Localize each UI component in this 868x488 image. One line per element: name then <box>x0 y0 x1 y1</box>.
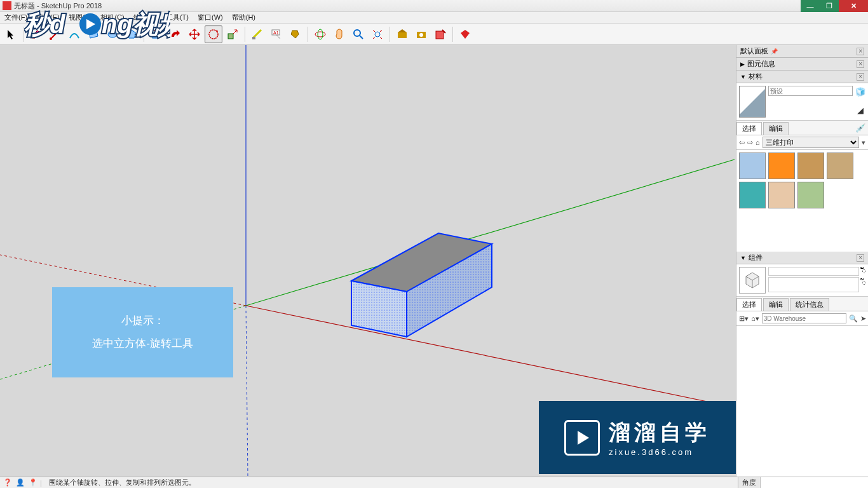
ruby-tool[interactable] <box>456 25 474 43</box>
eyedropper-icon[interactable]: 💉 <box>855 123 865 133</box>
component-config-icon[interactable]: ី <box>862 267 865 276</box>
maximize-button[interactable]: ❐ <box>820 0 839 12</box>
nav-fwd-icon[interactable]: ➤ <box>860 315 866 323</box>
material-nav: ⇦ ⇨ ⌂ 三维打印 ▾ <box>736 135 868 150</box>
material-swatch[interactable] <box>768 182 795 208</box>
watermark-top-logo: 秒d ng视频 <box>24 5 170 47</box>
close-button[interactable]: ✕ <box>839 0 868 12</box>
panel-close-icon[interactable]: × <box>857 60 864 68</box>
material-swatch[interactable] <box>768 152 795 179</box>
create-material-icon[interactable]: 🧊 <box>855 87 865 97</box>
components-label: 组件 <box>749 253 763 262</box>
text-tool[interactable]: A1 <box>268 25 285 43</box>
entity-info-header[interactable]: ▶ 图元信息 × <box>736 58 868 71</box>
extension-tool-1[interactable] <box>412 25 430 43</box>
tab-edit[interactable]: 编辑 <box>763 298 789 311</box>
play-icon <box>564 420 600 456</box>
component-search-row: ⊞▾ ⌂▾ 🔍 ➤ <box>736 311 868 326</box>
extension-tool-2[interactable] <box>431 25 449 43</box>
component-preview: ី ី <box>736 264 868 297</box>
svg-rect-12 <box>398 32 407 38</box>
component-list[interactable] <box>736 326 868 477</box>
home-icon[interactable]: ⌂ <box>756 139 760 146</box>
warehouse-tool[interactable] <box>393 25 411 43</box>
svg-rect-4 <box>228 34 233 39</box>
materials-label: 材料 <box>749 72 763 81</box>
materials-header[interactable]: ▼ 材料 × <box>736 71 868 83</box>
rotate-tool[interactable] <box>205 25 222 43</box>
tray-close-icon[interactable]: × <box>857 48 864 55</box>
material-swatch[interactable] <box>797 182 824 208</box>
current-material-swatch[interactable] <box>739 86 766 118</box>
measurement-input[interactable] <box>760 477 868 488</box>
status-bar: ❓ 👤 📍 | 围绕某个轴旋转、拉伸、复制和排列所选图元。 角度 <box>0 477 868 488</box>
svg-point-8 <box>315 32 325 37</box>
material-swatch[interactable] <box>797 152 824 179</box>
component-config2-icon[interactable]: ី <box>862 278 865 287</box>
measurement-label: 角度 <box>738 477 760 488</box>
svg-point-14 <box>419 33 423 37</box>
expand-arrow-icon: ▼ <box>740 255 746 261</box>
tab-edit[interactable]: 编辑 <box>763 122 789 135</box>
component-thumbnail[interactable] <box>739 267 766 294</box>
material-swatch[interactable] <box>827 152 853 179</box>
panel-close-icon[interactable]: × <box>857 73 864 81</box>
selected-cube <box>351 233 492 337</box>
collapse-arrow-icon: ▶ <box>740 61 745 67</box>
status-help-icon[interactable]: ❓ <box>3 478 13 487</box>
orbit-tool[interactable] <box>311 25 329 43</box>
component-tabs: 选择 编辑 统计信息 <box>736 297 868 311</box>
menu-window[interactable]: 窗口(W) <box>193 13 227 22</box>
material-category-select[interactable]: 三维打印 <box>763 137 859 148</box>
tab-select[interactable]: 选择 <box>736 122 762 135</box>
details-icon[interactable]: ▾ <box>862 139 865 147</box>
main-toolbar: A1 秒d ng视频 <box>0 24 868 45</box>
paint-tool[interactable] <box>287 25 304 43</box>
home-icon[interactable]: ⌂▾ <box>751 315 759 323</box>
3d-viewport[interactable]: 小提示： 选中立方体-旋转工具 溜溜自学 zixue.3d66.com <box>0 45 736 477</box>
watermark-big: 溜溜自学 <box>609 418 710 447</box>
tray-header[interactable]: 默认面板 📌 × <box>736 45 868 58</box>
svg-text:秒d: 秒d <box>24 10 66 38</box>
hint-overlay: 小提示： 选中立方体-旋转工具 <box>52 287 233 377</box>
view-mode-icon[interactable]: ⊞▾ <box>739 315 749 323</box>
app-icon <box>3 1 11 10</box>
status-geo-icon[interactable]: 📍 <box>28 478 38 487</box>
tab-stats[interactable]: 统计信息 <box>790 298 829 311</box>
component-search-input[interactable] <box>762 313 846 323</box>
svg-line-20 <box>246 306 248 477</box>
tab-select[interactable]: 选择 <box>736 298 762 311</box>
expand-arrow-icon: ▼ <box>740 74 746 80</box>
nav-back-icon[interactable]: ⇦ <box>739 139 745 147</box>
status-person-icon[interactable]: 👤 <box>15 478 25 487</box>
menu-help[interactable]: 帮助(H) <box>227 13 260 22</box>
svg-text:ng视频: ng视频 <box>102 10 170 38</box>
material-tabs: 选择 编辑 💉 <box>736 121 868 135</box>
panel-close-icon[interactable]: × <box>857 254 864 262</box>
move-tool[interactable] <box>186 25 203 43</box>
nav-fwd-icon[interactable]: ⇨ <box>747 139 753 147</box>
scale-tool[interactable] <box>224 25 241 43</box>
default-tray: 默认面板 📌 × ▶ 图元信息 × ▼ 材料 × 🧊 ◢ 选择 编辑 <box>736 45 868 477</box>
search-icon[interactable]: 🔍 <box>849 315 858 323</box>
components-header[interactable]: ▼ 组件 × <box>736 252 868 264</box>
hint-title: 小提示： <box>121 309 165 332</box>
tape-tool[interactable] <box>248 25 266 43</box>
minimize-button[interactable]: — <box>801 0 820 12</box>
svg-text:A1: A1 <box>273 30 279 35</box>
pin-icon[interactable]: 📌 <box>771 48 778 55</box>
zoom-tool[interactable] <box>349 25 367 43</box>
material-swatch[interactable] <box>739 182 766 208</box>
material-swatch[interactable] <box>739 152 766 179</box>
material-preview: 🧊 ◢ <box>736 83 868 121</box>
material-list[interactable] <box>736 150 868 252</box>
select-tool[interactable] <box>3 25 20 43</box>
svg-point-10 <box>354 30 360 36</box>
default-material-icon[interactable]: ◢ <box>857 105 864 115</box>
window-controls: — ❐ ✕ <box>801 0 868 11</box>
zoom-extents-tool[interactable] <box>369 25 386 43</box>
hint-body: 选中立方体-旋转工具 <box>92 332 193 355</box>
material-name-input[interactable] <box>768 86 853 96</box>
pan-tool[interactable] <box>330 25 348 43</box>
status-text: 围绕某个轴旋转、拉伸、复制和排列所选图元。 <box>49 478 196 487</box>
